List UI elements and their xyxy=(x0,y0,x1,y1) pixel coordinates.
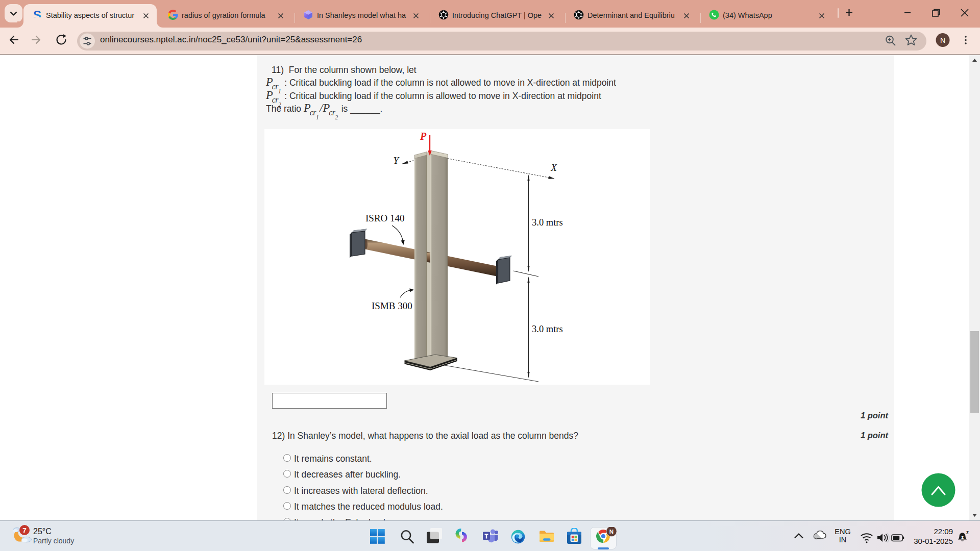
svg-text:3.0 mtrs: 3.0 mtrs xyxy=(532,217,563,228)
svg-text:z: z xyxy=(961,534,964,540)
svg-text:P: P xyxy=(420,131,427,142)
svg-text:ISRO 140: ISRO 140 xyxy=(365,213,405,223)
svg-text:z: z xyxy=(966,530,969,535)
svg-text:3.0 mtrs: 3.0 mtrs xyxy=(532,324,563,334)
svg-text:S: S xyxy=(33,8,41,17)
svg-text:N: N xyxy=(609,529,614,535)
svg-text:ISMB 300: ISMB 300 xyxy=(372,300,412,311)
svg-text:7: 7 xyxy=(22,527,27,534)
svg-text:Y: Y xyxy=(393,155,400,166)
svg-text:N: N xyxy=(940,36,945,44)
svg-text:X: X xyxy=(550,162,557,173)
